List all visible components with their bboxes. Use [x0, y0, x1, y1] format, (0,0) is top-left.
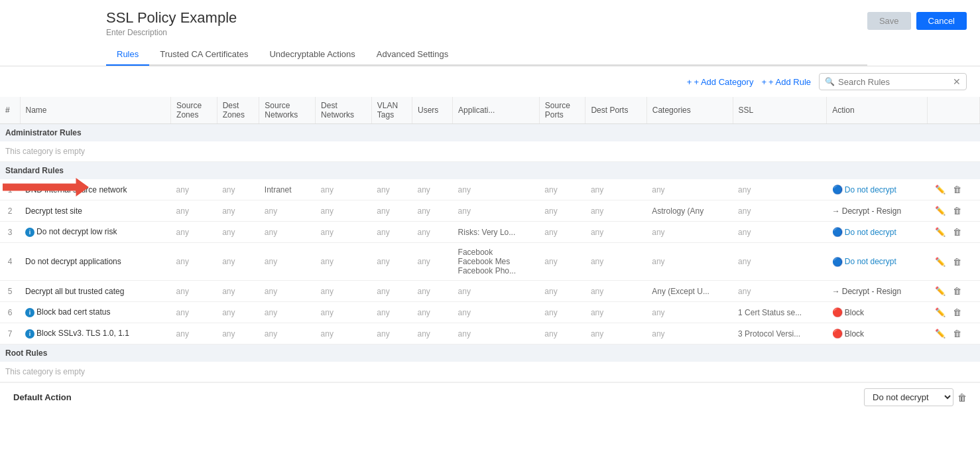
category-row: Root Rules	[0, 344, 980, 362]
row-actions-cell: ✏️ 🗑	[928, 200, 980, 222]
rules-table: # Name SourceZones DestZones SourceNetwo…	[0, 97, 980, 382]
edit-button[interactable]: ✏️	[933, 256, 948, 267]
edit-button[interactable]: ✏️	[933, 285, 948, 297]
col-actions	[928, 97, 980, 124]
row-dest-networks: any	[316, 200, 372, 222]
category-name: Administrator Rules	[0, 124, 980, 142]
row-name: Do not decrypt applications	[20, 243, 171, 281]
no-decrypt-icon: 🔵	[832, 185, 843, 194]
table-row[interactable]: 5 Decrypt all but trusted categ any any …	[0, 281, 980, 302]
row-applications: Risks: Very Lo...	[453, 222, 540, 243]
edit-button[interactable]: ✏️	[933, 226, 948, 238]
row-source-networks: any	[259, 243, 316, 281]
plus-icon-2: +	[761, 77, 766, 87]
row-name: Decrypt test site	[20, 200, 171, 222]
header-actions: Save Cancel	[867, 9, 967, 30]
category-row: Administrator Rules	[0, 124, 980, 142]
row-dest-zones: any	[217, 281, 259, 302]
footer-delete-button[interactable]: 🗑	[957, 392, 967, 403]
action-do-not-decrypt: 🔵Do not decrypt	[832, 257, 922, 267]
row-users: any	[412, 200, 452, 222]
row-categories: Astrology (Any	[646, 200, 733, 222]
delete-button[interactable]: 🗑	[951, 328, 963, 339]
row-vlan-tags: any	[371, 281, 412, 302]
action-do-not-decrypt: 🔵Do not decrypt	[832, 227, 922, 237]
row-dest-ports: any	[585, 323, 646, 344]
plus-icon: +	[687, 77, 692, 87]
add-rule-label: + Add Rule	[768, 77, 811, 87]
action-block: 🔴Block	[832, 307, 922, 317]
delete-button[interactable]: 🗑	[951, 285, 963, 297]
action-decrypt-resign: →Decrypt - Resign	[832, 206, 922, 216]
toolbar: + + Add Category + + Add Rule 🔍 ✕	[0, 66, 980, 97]
row-action: →Decrypt - Resign	[827, 281, 928, 302]
tab-advanced[interactable]: Advanced Settings	[366, 44, 459, 66]
cancel-button[interactable]: Cancel	[916, 12, 967, 30]
info-icon: i	[25, 228, 34, 237]
row-source-zones: any	[171, 281, 217, 302]
row-dest-networks: any	[316, 243, 372, 281]
row-dest-zones: any	[217, 222, 259, 243]
table-row[interactable]: 6 iBlock bad cert status any any any any…	[0, 302, 980, 323]
row-name: Decrypt all but trusted categ	[20, 281, 171, 302]
delete-button[interactable]: 🗑	[951, 184, 963, 195]
col-categories: Categories	[646, 97, 733, 124]
row-source-ports: any	[539, 302, 585, 323]
row-source-ports: any	[539, 200, 585, 222]
row-users: any	[412, 222, 452, 243]
table-row[interactable]: 1 DND internal source network any any In…	[0, 179, 980, 200]
row-ssl: any	[733, 179, 827, 200]
row-source-ports: any	[539, 243, 585, 281]
delete-button[interactable]: 🗑	[951, 205, 963, 216]
add-rule-button[interactable]: + + Add Rule	[761, 77, 811, 87]
row-categories: any	[646, 243, 733, 281]
row-number: 5	[0, 281, 20, 302]
row-source-zones: any	[171, 243, 217, 281]
row-ssl: any	[733, 281, 827, 302]
row-actions-cell: ✏️ 🗑	[928, 302, 980, 323]
tab-rules[interactable]: Rules	[106, 44, 149, 66]
table-row[interactable]: 4 Do not decrypt applications any any an…	[0, 243, 980, 281]
edit-button[interactable]: ✏️	[933, 307, 948, 318]
default-action-select[interactable]: Do not decrypt Block Decrypt - Resign	[864, 388, 953, 406]
col-applications: Applicati...	[453, 97, 540, 124]
row-action: →Decrypt - Resign	[827, 200, 928, 222]
table-row[interactable]: 2 Decrypt test site any any any any any …	[0, 200, 980, 222]
save-button[interactable]: Save	[867, 12, 911, 30]
edit-button[interactable]: ✏️	[933, 328, 948, 339]
row-dest-ports: any	[585, 243, 646, 281]
row-source-networks: any	[259, 323, 316, 344]
action-do-not-decrypt: 🔵Do not decrypt	[832, 185, 922, 194]
row-dest-zones: any	[217, 243, 259, 281]
search-clear-button[interactable]: ✕	[953, 76, 961, 87]
search-box: 🔍 ✕	[819, 73, 967, 90]
row-number: 7	[0, 323, 20, 344]
col-dest-networks: DestNetworks	[316, 97, 372, 124]
row-source-ports: any	[539, 323, 585, 344]
row-ssl: 3 Protocol Versi...	[733, 323, 827, 344]
delete-button[interactable]: 🗑	[951, 256, 963, 267]
decrypt-arrow-icon: →	[832, 206, 840, 216]
edit-button[interactable]: ✏️	[933, 184, 948, 195]
row-users: any	[412, 243, 452, 281]
edit-button[interactable]: ✏️	[933, 205, 948, 216]
delete-button[interactable]: 🗑	[951, 226, 963, 238]
row-number: 4	[0, 243, 20, 281]
table-row[interactable]: 7 iBlock SSLv3. TLS 1.0, 1.1 any any any…	[0, 323, 980, 344]
empty-category-row: This category is empty	[0, 141, 980, 162]
info-icon: i	[25, 308, 34, 317]
row-actions-cell: ✏️ 🗑	[928, 243, 980, 281]
row-vlan-tags: any	[371, 179, 412, 200]
row-number: 6	[0, 302, 20, 323]
row-source-ports: any	[539, 281, 585, 302]
row-ssl: any	[733, 200, 827, 222]
search-input[interactable]	[838, 77, 949, 87]
row-users: any	[412, 281, 452, 302]
tab-trusted-ca[interactable]: Trusted CA Certificates	[149, 44, 259, 66]
tab-undecryptable[interactable]: Undecryptable Actions	[259, 44, 365, 66]
table-row[interactable]: 3 iDo not decrypt low risk any any any a…	[0, 222, 980, 243]
row-applications: any	[453, 323, 540, 344]
add-category-button[interactable]: + + Add Category	[687, 77, 754, 87]
delete-button[interactable]: 🗑	[951, 307, 963, 318]
row-categories: Any (Except U...	[646, 281, 733, 302]
